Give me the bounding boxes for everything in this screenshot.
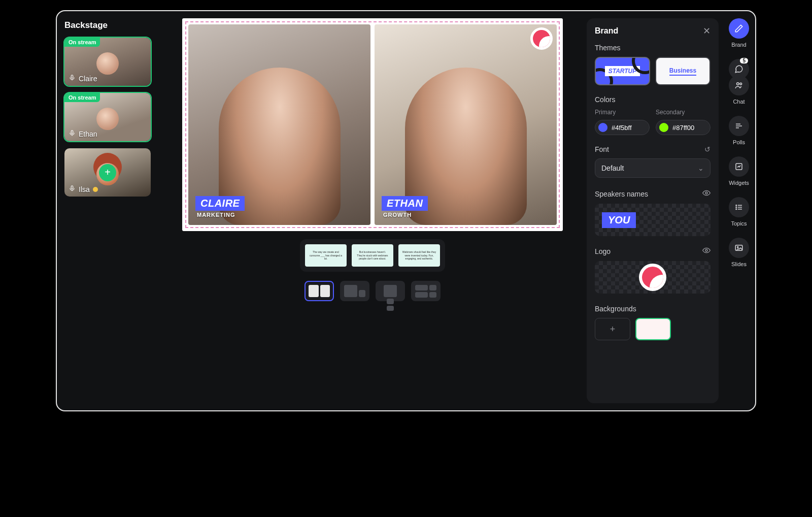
visibility-icon[interactable] [702,246,710,256]
secondary-label: Secondary [656,109,710,116]
mic-icon [69,130,76,138]
logo-preview[interactable] [595,261,710,294]
people-icon [729,75,749,95]
font-select[interactable]: Default ⌄ [595,158,710,178]
svg-point-4 [705,249,707,251]
speaker-name-preview[interactable]: YOU [595,204,710,236]
rail-polls[interactable]: Polls [729,116,749,145]
name-tag: ETHAN GROWTH [382,196,428,218]
visibility-icon[interactable] [702,189,710,199]
background-thumb[interactable] [635,318,671,340]
svg-point-5 [737,83,739,85]
widgets-icon [729,156,749,177]
add-background-button[interactable]: + [595,318,630,340]
svg-point-13 [736,207,737,208]
svg-point-6 [740,83,742,85]
name-tag: CLAIRE MARKETING [195,196,245,218]
backstage-tile-ilsa[interactable]: + Ilsa [64,148,151,197]
slide-thumb[interactable]: But businesses haven't. They're stuck wi… [352,244,393,267]
pencil-icon [729,18,749,39]
rail-slides[interactable]: Slides [729,238,749,267]
backstage-panel: Backstage On stream Claire On stream Eth… [57,11,158,410]
svg-point-3 [705,192,707,194]
mic-icon [69,185,76,193]
svg-point-11 [736,205,737,206]
colors-label: Colors [595,95,710,104]
add-to-stream-button[interactable]: + [99,164,116,181]
layout-main-two-side[interactable] [376,281,405,301]
svg-point-15 [736,209,737,210]
layout-large-small[interactable] [340,281,369,301]
svg-rect-1 [71,131,73,134]
color-swatch [598,123,607,132]
theme-startup[interactable]: STARTUP [595,57,650,85]
theme-business[interactable]: Business [655,57,710,85]
stage-logo-overlay [530,27,553,50]
reset-icon[interactable]: ↺ [704,145,710,153]
video-tile-ethan[interactable]: ETHAN GROWTH [375,24,557,225]
svg-rect-0 [71,75,73,78]
close-icon[interactable]: ✕ [703,26,710,36]
list-icon [729,197,749,217]
backstage-tile-claire[interactable]: On stream Claire [64,38,151,86]
backstage-tile-ethan[interactable]: On stream Ethan [64,93,151,141]
backstage-title: Backstage [64,20,151,30]
logo-label: Logo [595,247,611,255]
slide-thumb[interactable]: Webinars should feel like they were inve… [398,244,440,267]
speakers-label: Speakers names [595,190,648,198]
color-swatch [659,123,668,132]
image-icon [729,238,749,258]
stage-area: CLAIRE MARKETING ETHAN GROWTH The way we… [158,11,587,410]
chat-badge: 5 [740,58,748,63]
participant-name: Ilsa [79,185,90,193]
app-window: Backstage On stream Claire On stream Eth… [56,10,756,411]
mic-icon [69,74,76,83]
right-rail: Brand 5 Chat Polls Widgets [723,11,755,410]
layout-picker [304,281,441,301]
on-stream-badge: On stream [64,38,100,47]
away-status-icon [93,187,98,192]
slide-thumbnails: The way we create and consume ___ has ch… [300,239,445,272]
chevron-down-icon: ⌄ [698,164,704,172]
layout-grid[interactable] [411,281,441,301]
stage-canvas: CLAIRE MARKETING ETHAN GROWTH [182,18,563,231]
on-stream-badge: On stream [64,93,100,102]
rail-topics[interactable]: Topics [729,197,749,227]
slide-thumb[interactable]: The way we create and consume ___ has ch… [305,244,347,267]
themes-label: Themes [595,44,710,52]
video-tile-claire[interactable]: CLAIRE MARKETING [188,24,370,225]
svg-point-18 [737,246,738,247]
rail-widgets[interactable]: Widgets [729,156,749,186]
font-label: Font [595,145,609,153]
participant-name: Claire [79,75,97,83]
brand-panel: Brand ✕ Themes STARTUP Business Colors P… [587,18,719,403]
backgrounds-label: Backgrounds [595,305,710,313]
layout-two-equal[interactable] [304,281,334,301]
participant-name: Ethan [79,130,97,138]
rail-brand[interactable]: Brand [729,18,749,48]
primary-label: Primary [595,109,650,116]
rail-chat[interactable]: 5 Chat [729,59,749,105]
secondary-color-chip[interactable]: #87ff00 [656,120,710,135]
svg-rect-2 [71,186,73,189]
brand-panel-title: Brand [595,26,618,36]
primary-color-chip[interactable]: #4f5bff [595,120,650,135]
polls-icon [729,116,749,136]
